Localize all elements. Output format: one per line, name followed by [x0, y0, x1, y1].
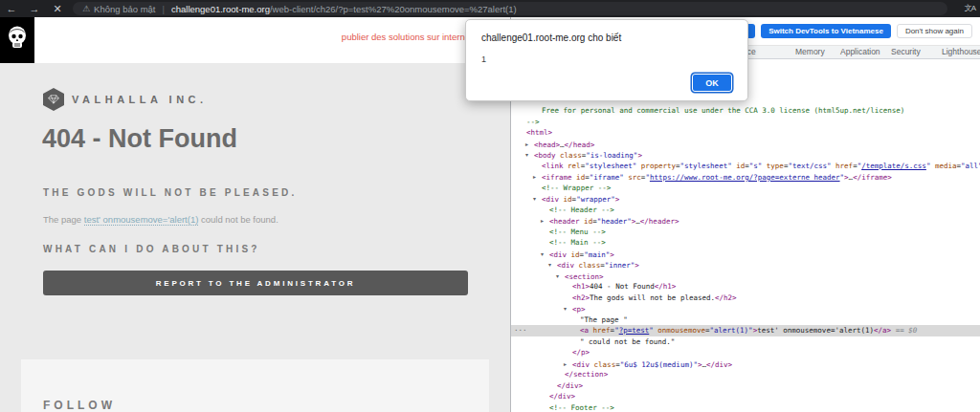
devtools-tree-line[interactable]: </section> — [511, 369, 980, 380]
devtools-tree-line[interactable]: <!-- Wrapper --> — [511, 183, 980, 194]
devtools-tree-line[interactable]: <!-- Footer --> — [511, 402, 980, 412]
brand-logo: VALHALLA INC. — [43, 88, 208, 111]
more-actions-icon[interactable]: ··· — [514, 325, 527, 336]
devtools-tree-line[interactable]: </div> — [511, 380, 980, 392]
url-divider: | — [163, 4, 165, 14]
stop-icon[interactable]: ✕ — [46, 0, 69, 17]
expand-arrow-icon[interactable]: ▸ — [564, 358, 572, 370]
gem-icon — [43, 88, 64, 111]
devtools-tree-line[interactable]: </p> — [511, 347, 980, 358]
url-host: challenge01.root-me.org — [171, 4, 270, 14]
rootme-header-iframe: publier des solutions sur interne — [0, 17, 510, 63]
devtools-tree-line[interactable]: <h1>404 - Not Found</h1> — [511, 281, 980, 293]
devtools-tree-line[interactable]: <!-- Menu --> — [511, 227, 980, 238]
browser-toolbar: ← → ✕ ⚠ Không bảo mật | challenge01.root… — [0, 0, 980, 17]
devtools-tree-line[interactable]: ▸<iframe id="iframe" src="https://www.ro… — [511, 171, 980, 183]
url-path: /web-client/ch26/?p=test%27%20onmousemov… — [270, 4, 517, 14]
devtools-tree-line[interactable]: ▾<p> — [511, 303, 980, 314]
brand-name: VALHALLA INC. — [72, 94, 208, 105]
security-chip[interactable]: Không bảo mật — [94, 4, 155, 14]
devtools-tree-line[interactable]: "The page " — [511, 314, 980, 326]
alert-message: 1 — [481, 54, 486, 64]
expand-arrow-icon[interactable]: ▾ — [556, 271, 565, 282]
message-prefix: The page — [43, 214, 84, 225]
devtools-tree-line[interactable]: " could not be found." — [511, 336, 980, 348]
devtools-tab-application[interactable]: Application — [840, 46, 880, 58]
injected-page-link[interactable]: test' onmousemove='alert(1) — [84, 214, 199, 226]
expand-arrow-icon[interactable]: ▾ — [548, 259, 557, 271]
forward-icon[interactable]: → — [23, 0, 46, 17]
devtools-tab-security[interactable]: Security — [891, 46, 921, 58]
devtools-tree-line[interactable]: </div> — [511, 391, 980, 402]
devtools-tab-memory[interactable]: Memory — [795, 46, 825, 58]
not-found-message: The page test' onmousemove='alert(1) cou… — [43, 214, 278, 225]
devtools-tree-line[interactable]: ▾<body class="is-loading"> — [511, 149, 980, 161]
page-title: 404 - Not Found — [42, 124, 237, 154]
page-subtitle: THE GODS WILL NOT BE PLEASED. — [43, 187, 297, 198]
elements-tree: Free for personal and commercial use und… — [511, 59, 980, 412]
web-page: publier des solutions sur interne VALHAL… — [0, 17, 510, 412]
expand-arrow-icon[interactable]: ▸ — [525, 139, 534, 150]
url-bar[interactable]: ⚠ Không bảo mật | challenge01.root-me.or… — [73, 2, 947, 15]
devtools-tree-line[interactable]: <!-- Main --> — [511, 237, 980, 249]
expand-arrow-icon[interactable]: ▾ — [541, 249, 549, 260]
rootme-banner-link[interactable]: publier des solutions sur interne — [342, 32, 470, 42]
question-heading: WHAT CAN I DO ABOUT THIS? — [43, 244, 260, 254]
report-to-administrator-button[interactable]: REPORT TO THE ADMINISTRATOR — [43, 271, 468, 295]
footer-card: FOLLOW — [21, 359, 489, 412]
devtools-tree-line[interactable]: --> — [511, 117, 980, 128]
js-alert-dialog: challenge01.root-me.org cho biết 1 OK — [465, 19, 748, 101]
translate-icon[interactable]: 文A — [965, 0, 975, 17]
devtools-tree-line[interactable]: ▾<section> — [511, 271, 980, 282]
expand-arrow-icon[interactable]: ▸ — [533, 171, 542, 183]
devtools-tree-line[interactable]: <!-- Header --> — [511, 205, 980, 216]
devtools-tree-line[interactable]: ▾<div id="main"> — [511, 249, 980, 260]
devtools-tree-line[interactable]: Free for personal and commercial use und… — [511, 105, 980, 117]
alert-title: challenge01.root-me.org cho biết — [481, 33, 621, 43]
devtools-tree-line[interactable]: ▸<header id="header">…</header> — [511, 215, 980, 227]
warning-icon: ⚠ — [82, 2, 90, 15]
message-suffix: could not be found. — [198, 214, 278, 225]
devtools-tree-line[interactable]: ▸<head>…</head> — [511, 139, 980, 150]
devtools-tree-line[interactable]: ▾<div class="inner"> — [511, 259, 980, 271]
devtools-tree-line[interactable]: ▾<div id="wrapper"> — [511, 193, 980, 205]
devtools-tree-line[interactable]: ▸<div class="6u$ 12u$(medium)">…</div> — [511, 358, 980, 370]
follow-heading: FOLLOW — [43, 399, 116, 412]
back-icon[interactable]: ← — [0, 0, 23, 17]
expand-arrow-icon[interactable]: ▾ — [564, 303, 572, 314]
devtools-tab-lighthouse[interactable]: Lighthouse — [942, 46, 980, 58]
devtools-tree-line[interactable]: <html> — [511, 127, 980, 139]
expand-arrow-icon[interactable]: ▸ — [541, 215, 549, 227]
expand-arrow-icon[interactable]: ▾ — [533, 193, 542, 205]
expand-arrow-icon[interactable]: ▾ — [525, 149, 534, 161]
dont-show-again-button[interactable]: Don't show again — [897, 24, 972, 38]
devtools-tree-line[interactable]: <link rel="stylesheet" property="stylesh… — [511, 161, 980, 172]
devtools-tree-line[interactable]: <h2>The gods will not be pleased.</h2> — [511, 293, 980, 304]
rootme-logo[interactable] — [0, 17, 34, 63]
ok-button[interactable]: OK — [692, 74, 732, 92]
devtools-tree-line[interactable]: ···<a href="?p=test" onmousemove="alert(… — [511, 325, 980, 336]
switch-devtools-language-button[interactable]: Switch DevTools to Vietnamese — [761, 24, 891, 38]
skull-icon — [7, 26, 28, 54]
